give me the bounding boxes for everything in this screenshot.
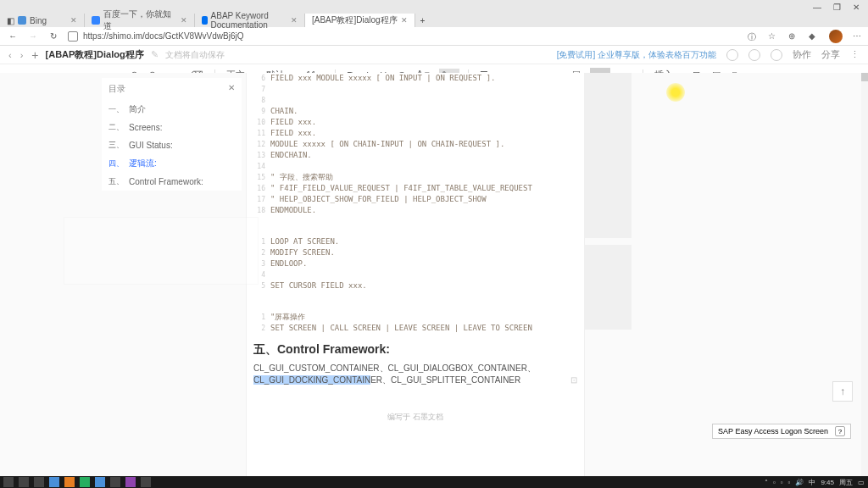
body-text-selection: CL_GUI_DOCKING_CONTAINER、CL_GUI_SPLITTER… xyxy=(253,374,577,386)
tab-close-icon[interactable]: ✕ xyxy=(291,16,298,25)
code-text: " 字段、搜索帮助 xyxy=(270,172,333,183)
collab-button[interactable]: 协作 xyxy=(793,48,811,61)
body-text: CL_GUI_CUSTOM_CONTAINER、CL_GUI_DIALOGBOX… xyxy=(253,363,577,374)
document-page[interactable]: 6FIELD xxx MODULE xxxxx [ ON INPUT | ON … xyxy=(246,73,585,476)
doc-back-icon[interactable]: ‹ xyxy=(8,50,12,60)
close-icon[interactable]: ✕ xyxy=(853,3,860,12)
page-shadow xyxy=(584,245,632,330)
new-doc-button[interactable]: + xyxy=(31,48,38,62)
clock-text[interactable]: 9:45 xyxy=(821,479,834,486)
app-icon[interactable] xyxy=(141,477,151,487)
document-title[interactable]: [ABAP教程]Dialog程序 xyxy=(46,48,144,61)
maximize-icon[interactable]: ❐ xyxy=(833,3,841,12)
autosave-status: 文档将自动保存 xyxy=(165,49,225,61)
browser-tabs: ◧ Bing ✕ 百度一下，你就知道 ✕ ABAP Keyword Docume… xyxy=(0,14,868,27)
outline-item-logic[interactable]: 四、 逻辑流: xyxy=(102,154,242,173)
profile-avatar[interactable] xyxy=(829,30,843,43)
extension-icon[interactable]: ◆ xyxy=(809,31,819,42)
new-tab-button[interactable]: + xyxy=(415,16,431,25)
back-button[interactable]: ← xyxy=(7,31,19,41)
code-text: ENDCHAIN. xyxy=(270,150,312,161)
date-text[interactable]: 周五 xyxy=(839,478,853,487)
lock-icon xyxy=(68,31,78,42)
tab-close-icon[interactable]: ✕ xyxy=(181,16,187,25)
section-heading: 五、Control Framework: xyxy=(253,342,577,358)
outline-close-icon[interactable]: ✕ xyxy=(228,83,235,95)
code-text: FIELD xxx MODULE xxxxx [ ON INPUT | ON R… xyxy=(270,73,496,84)
tray-icon[interactable]: ▫ xyxy=(781,479,783,486)
tray-chevron-icon[interactable]: ˄ xyxy=(765,479,768,486)
code-text: MODIFY SCREEN. xyxy=(270,247,335,258)
notifications-icon[interactable]: ▭ xyxy=(858,479,865,486)
tab-label: Bing xyxy=(30,16,47,25)
browser-tab-shimo[interactable]: [ABAP教程]Dialog程序 ✕ xyxy=(305,14,415,27)
tab-app-icon: ◧ xyxy=(7,16,14,25)
selected-text: CL_GUI_DOCKING_CONTAIN xyxy=(253,375,370,385)
edge-icon[interactable] xyxy=(49,477,59,487)
code-text: SET CURSOR FIELD xxx. xyxy=(270,280,367,291)
read-aloud-icon[interactable]: ⓘ xyxy=(748,31,758,42)
sap-logon-icon[interactable]: ? xyxy=(835,426,845,436)
faded-background-panel xyxy=(64,217,259,285)
scroll-thumb[interactable] xyxy=(861,73,868,81)
document-header: ‹ › + [ABAP教程]Dialog程序 ✎ 文档将自动保存 [免费试用] … xyxy=(0,46,868,64)
code-text: " HELP_OBJECT_SHOW_FOR_FIELD | HELP_OBJE… xyxy=(270,194,487,205)
share-button[interactable]: 分享 xyxy=(821,48,840,61)
outline-title: 目录 xyxy=(108,83,125,95)
doc-more-icon[interactable]: ⋮ xyxy=(850,49,860,60)
page-shadow xyxy=(584,73,632,238)
bing-favicon-icon xyxy=(18,16,26,25)
code-text: FIELD xxx. xyxy=(270,128,316,139)
terminal-icon[interactable] xyxy=(110,477,120,487)
code-text: LOOP AT SCREEN. xyxy=(270,236,339,247)
code-text: "屏幕操作 xyxy=(270,312,305,323)
browser-tab-baidu[interactable]: 百度一下，你就知道 ✕ xyxy=(85,14,195,27)
outline-item-gui-status[interactable]: 三、 GUI Status: xyxy=(102,136,242,154)
doc-forward-icon[interactable]: › xyxy=(20,50,24,60)
app-icon[interactable] xyxy=(80,477,90,487)
network-icon[interactable]: ▫ xyxy=(788,479,791,486)
volume-icon[interactable]: 🔊 xyxy=(795,479,804,486)
minimize-icon[interactable]: — xyxy=(813,3,821,12)
promo-link[interactable]: [免费试用] 企业尊享版，体验表格百万功能 xyxy=(557,49,716,61)
code-text: ENDMODULE. xyxy=(270,205,316,216)
app-icon[interactable] xyxy=(95,477,105,487)
windows-taskbar[interactable]: ˄ ▫ ▫ ▫ 🔊 中 9:45 周五 ▭ xyxy=(0,476,868,488)
face-icon[interactable] xyxy=(748,49,760,61)
app-icon[interactable] xyxy=(125,477,136,487)
tab-label: 百度一下，你就知道 xyxy=(103,8,177,32)
search-icon[interactable] xyxy=(19,477,29,487)
more-icon[interactable]: ⋯ xyxy=(853,31,861,41)
tab-label: ABAP Keyword Documentation xyxy=(211,11,287,30)
code-text: FIELD xxx. xyxy=(270,117,316,128)
globe-icon[interactable] xyxy=(726,49,738,61)
outline-item-screens[interactable]: 二、 Screens: xyxy=(102,119,242,136)
favorites-icon[interactable]: ☆ xyxy=(768,31,778,42)
outline-item-intro[interactable]: 一、 简介 xyxy=(102,100,242,119)
tab-close-icon[interactable]: ✕ xyxy=(70,16,77,25)
refresh-button[interactable]: ↻ xyxy=(47,31,59,41)
browser-tab-abap-docs[interactable]: ABAP Keyword Documentation ✕ xyxy=(195,14,305,27)
browser-tab-bing[interactable]: ◧ Bing ✕ xyxy=(0,14,85,27)
signature-text: 编写于 石墨文档 xyxy=(253,412,577,423)
code-text: ENDLOOP. xyxy=(270,258,307,269)
sap-favicon-icon xyxy=(202,16,208,25)
baidu-favicon-icon xyxy=(92,16,100,25)
start-button[interactable] xyxy=(3,477,14,487)
collections-icon[interactable]: ⊕ xyxy=(788,31,798,42)
vertical-scrollbar[interactable] xyxy=(861,73,868,476)
ime-icon[interactable]: 中 xyxy=(809,478,815,487)
outline-item-control-framework[interactable]: 五、 Control Framework: xyxy=(102,173,242,191)
history-icon[interactable] xyxy=(771,49,782,61)
main-content: 目录 ✕ 一、 简介 二、 Screens: 三、 GUI Status: 四、… xyxy=(0,73,868,476)
task-view-icon[interactable] xyxy=(34,477,44,487)
mouse-cursor-highlight xyxy=(666,83,685,102)
comment-icon[interactable]: ⊡ xyxy=(570,374,577,386)
tray-icon[interactable]: ▫ xyxy=(773,479,776,486)
explorer-icon[interactable] xyxy=(64,477,75,487)
edit-icon[interactable]: ✎ xyxy=(151,49,159,60)
url-field[interactable]: https://shimo.im/docs/GctKV8WvVdwBj6jQ xyxy=(68,31,739,42)
outline-panel: 目录 ✕ 一、 简介 二、 Screens: 三、 GUI Status: 四、… xyxy=(102,78,242,191)
scroll-top-button[interactable]: ↑ xyxy=(832,381,853,402)
tab-close-icon[interactable]: ✕ xyxy=(401,16,408,25)
